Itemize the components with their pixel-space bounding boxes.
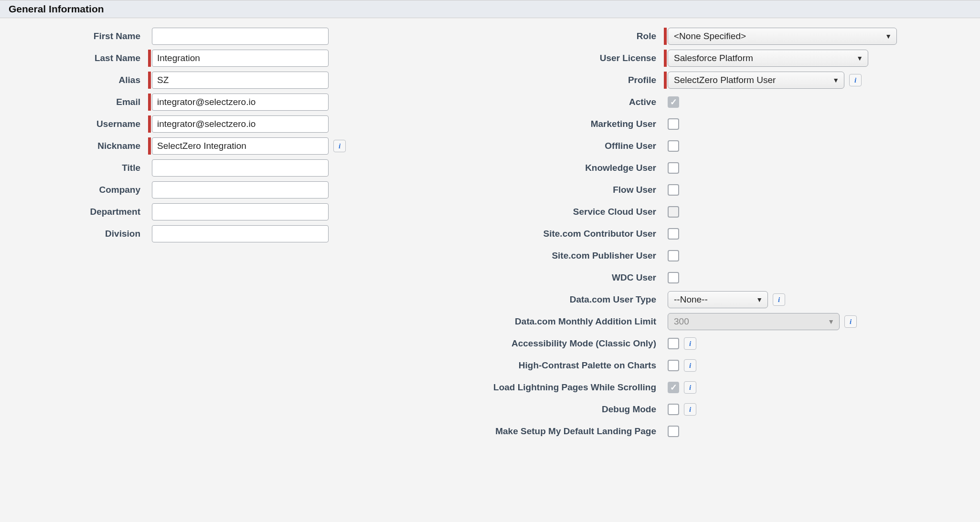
profile-info-button[interactable]: i: [849, 74, 862, 86]
info-icon: i: [339, 142, 341, 150]
row-profile: Profile SelectZero Platform User ▼ i: [396, 72, 975, 89]
email-input[interactable]: [152, 94, 329, 111]
row-make-setup-default: Make Setup My Default Landing Page: [396, 423, 975, 440]
chevron-down-icon: ▼: [856, 54, 863, 62]
title-input[interactable]: [152, 159, 329, 177]
offline-user-label: Offline User: [396, 141, 664, 151]
knowledge-user-checkbox[interactable]: [668, 162, 679, 174]
load-lightning-info-button[interactable]: i: [684, 381, 696, 394]
site-publisher-checkbox[interactable]: [668, 250, 679, 261]
marketing-user-checkbox[interactable]: [668, 118, 679, 130]
right-column: Role <None Specified> ▼ User License Sal…: [396, 28, 975, 445]
alias-label: Alias: [5, 75, 148, 85]
row-active: Active ✓: [396, 94, 975, 111]
user-license-label: User License: [396, 53, 664, 63]
alias-input[interactable]: [152, 72, 329, 89]
datacom-user-type-label: Data.com User Type: [396, 294, 664, 305]
service-cloud-user-checkbox: [668, 206, 679, 218]
profile-label: Profile: [396, 75, 664, 85]
row-wdc-user: WDC User: [396, 269, 975, 286]
active-checkbox[interactable]: ✓: [668, 96, 679, 108]
debug-mode-info-button[interactable]: i: [684, 403, 696, 416]
chevron-down-icon: ▼: [756, 296, 763, 303]
section-header: General Information: [0, 0, 980, 18]
service-cloud-user-label: Service Cloud User: [396, 207, 664, 217]
site-publisher-label: Site.com Publisher User: [396, 251, 664, 261]
datacom-user-type-select[interactable]: --None-- ▼: [668, 291, 768, 308]
row-first-name: First Name: [5, 28, 396, 45]
row-load-lightning: Load Lightning Pages While Scrolling ✓ i: [396, 379, 975, 396]
flow-user-checkbox[interactable]: [668, 184, 679, 196]
row-datacom-monthly-limit: Data.com Monthly Addition Limit 300 ▼ i: [396, 313, 975, 330]
division-input[interactable]: [152, 225, 329, 242]
division-label: Division: [5, 229, 148, 239]
user-license-select[interactable]: Salesforce Platform ▼: [668, 50, 868, 67]
row-nickname: Nickname i: [5, 137, 396, 155]
nickname-info-button[interactable]: i: [333, 140, 346, 152]
row-flow-user: Flow User: [396, 181, 975, 198]
site-contributor-checkbox[interactable]: [668, 228, 679, 240]
info-icon: i: [850, 318, 852, 326]
load-lightning-label: Load Lightning Pages While Scrolling: [396, 382, 664, 393]
row-marketing-user: Marketing User: [396, 115, 975, 133]
required-icon: [148, 137, 151, 155]
info-icon: i: [778, 296, 780, 304]
chevron-down-icon: ▼: [832, 76, 839, 84]
row-site-contributor: Site.com Contributor User: [396, 225, 975, 242]
high-contrast-info-button[interactable]: i: [684, 359, 696, 372]
form-area: First Name Last Name Alias Email Usernam…: [0, 18, 980, 449]
load-lightning-checkbox[interactable]: ✓: [668, 382, 679, 393]
nickname-label: Nickname: [5, 141, 148, 151]
high-contrast-checkbox[interactable]: [668, 360, 679, 371]
wdc-user-label: WDC User: [396, 272, 664, 283]
row-user-license: User License Salesforce Platform ▼: [396, 50, 975, 67]
nickname-input[interactable]: [152, 137, 329, 155]
profile-select[interactable]: SelectZero Platform User ▼: [668, 72, 844, 89]
datacom-monthly-limit-value: 300: [674, 316, 689, 327]
role-select[interactable]: <None Specified> ▼: [668, 28, 897, 45]
required-icon: [148, 50, 151, 67]
row-debug-mode: Debug Mode i: [396, 401, 975, 418]
row-company: Company: [5, 181, 396, 198]
email-label: Email: [5, 97, 148, 107]
active-label: Active: [396, 97, 664, 107]
datacom-user-type-info-button[interactable]: i: [773, 293, 785, 306]
row-title: Title: [5, 159, 396, 177]
required-icon: [148, 94, 151, 111]
first-name-input[interactable]: [152, 28, 329, 45]
username-input[interactable]: [152, 115, 329, 133]
company-input[interactable]: [152, 181, 329, 198]
profile-select-value: SelectZero Platform User: [674, 75, 776, 85]
row-service-cloud-user: Service Cloud User: [396, 203, 975, 220]
row-knowledge-user: Knowledge User: [396, 159, 975, 177]
last-name-input[interactable]: [152, 50, 329, 67]
accessibility-mode-info-button[interactable]: i: [684, 337, 696, 350]
required-icon: [148, 72, 151, 89]
info-icon: i: [689, 406, 691, 414]
accessibility-mode-checkbox[interactable]: [668, 338, 679, 349]
marketing-user-label: Marketing User: [396, 119, 664, 129]
make-setup-default-checkbox[interactable]: [668, 426, 679, 437]
row-alias: Alias: [5, 72, 396, 89]
wdc-user-checkbox[interactable]: [668, 272, 679, 283]
role-label: Role: [396, 31, 664, 42]
row-datacom-user-type: Data.com User Type --None-- ▼ i: [396, 291, 975, 308]
datacom-monthly-limit-label: Data.com Monthly Addition Limit: [396, 316, 664, 327]
row-offline-user: Offline User: [396, 137, 975, 155]
high-contrast-label: High-Contrast Palette on Charts: [396, 360, 664, 371]
offline-user-checkbox[interactable]: [668, 140, 679, 152]
username-label: Username: [5, 119, 148, 129]
section-title: General Information: [9, 3, 104, 14]
flow-user-label: Flow User: [396, 185, 664, 195]
department-input[interactable]: [152, 203, 329, 220]
required-icon: [148, 115, 151, 133]
debug-mode-checkbox[interactable]: [668, 404, 679, 415]
row-high-contrast: High-Contrast Palette on Charts i: [396, 357, 975, 374]
knowledge-user-label: Knowledge User: [396, 163, 664, 173]
row-last-name: Last Name: [5, 50, 396, 67]
info-icon: i: [689, 340, 691, 348]
row-email: Email: [5, 94, 396, 111]
datacom-user-type-value: --None--: [674, 294, 708, 305]
department-label: Department: [5, 207, 148, 217]
datacom-monthly-limit-info-button[interactable]: i: [844, 315, 857, 328]
